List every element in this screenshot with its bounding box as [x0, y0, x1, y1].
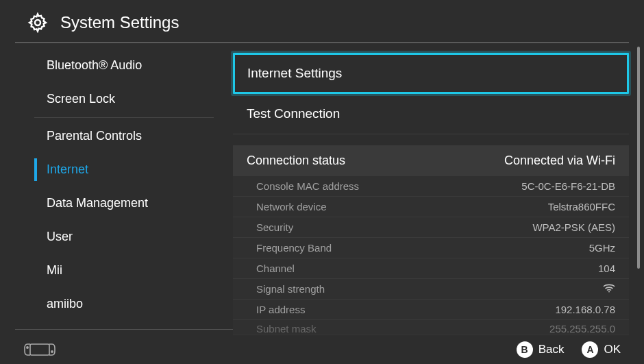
sidebar-item-parental-controls[interactable]: Parental Controls	[15, 119, 214, 153]
header: System Settings	[0, 0, 644, 43]
sidebar-item-bluetooth-audio[interactable]: Bluetooth® Audio	[15, 49, 214, 82]
status-row-frequency-band: Frequency Band 5GHz	[233, 238, 629, 258]
status-label: Network device	[256, 201, 327, 213]
svg-point-0	[35, 20, 40, 25]
footer-buttons: B Back A OK	[517, 341, 621, 358]
menu-item-internet-settings[interactable]: Internet Settings	[233, 53, 629, 94]
connection-status-header: Connection status Connected via Wi-Fi	[233, 145, 629, 176]
status-row-mac: Console MAC address 5C-0C-E6-F6-21-DB	[233, 176, 629, 197]
sidebar-item-mii[interactable]: Mii	[15, 254, 214, 287]
status-value: 192.168.0.78	[555, 304, 615, 315]
status-row-channel: Channel 104	[233, 258, 629, 279]
status-value: 104	[598, 263, 615, 274]
status-value: 5C-0C-E6-F6-21-DB	[521, 180, 615, 192]
status-value: 5GHz	[589, 242, 615, 254]
status-label: Subnet mask	[256, 323, 317, 335]
divider	[34, 117, 214, 118]
sidebar-item-data-management[interactable]: Data Management	[15, 186, 214, 220]
status-label: Channel	[256, 263, 295, 274]
scrollbar[interactable]	[637, 47, 640, 269]
sidebar-item-amiibo[interactable]: amiibo	[15, 287, 214, 321]
status-row-security: Security WPA2-PSK (AES)	[233, 217, 629, 238]
content: Bluetooth® Audio Screen Lock Parental Co…	[0, 43, 644, 329]
status-label: Console MAC address	[256, 180, 359, 192]
menu-item-test-connection[interactable]: Test Connection	[233, 94, 629, 134]
svg-rect-2	[30, 344, 49, 355]
connection-status-rows: Console MAC address 5C-0C-E6-F6-21-DB Ne…	[233, 176, 629, 335]
back-button[interactable]: B Back	[517, 341, 565, 358]
connection-status-summary: Connected via Wi-Fi	[504, 154, 615, 168]
ok-button[interactable]: A OK	[582, 341, 621, 358]
a-button-icon: A	[582, 341, 598, 358]
sidebar-item-user[interactable]: User	[15, 220, 214, 254]
status-label: IP address	[256, 304, 305, 315]
svg-point-3	[27, 347, 28, 348]
status-label: Security	[256, 221, 293, 233]
status-value: 255.255.255.0	[549, 323, 615, 335]
status-value: Telstra860FFC	[548, 201, 615, 213]
status-row-signal-strength: Signal strength	[233, 279, 629, 300]
connection-status-title: Connection status	[247, 154, 345, 168]
gear-icon	[27, 12, 48, 33]
controller-icon	[23, 342, 56, 357]
status-label: Frequency Band	[256, 242, 332, 254]
status-label: Signal strength	[256, 283, 325, 295]
back-label: Back	[538, 343, 565, 356]
status-row-ip-address: IP address 192.168.0.78	[233, 300, 629, 320]
sidebar-item-screen-lock[interactable]: Screen Lock	[15, 82, 214, 116]
wifi-icon	[603, 283, 615, 295]
svg-point-4	[51, 351, 53, 352]
ok-label: OK	[604, 343, 621, 356]
status-value: WPA2-PSK (AES)	[532, 221, 615, 233]
sidebar-item-internet[interactable]: Internet	[15, 153, 214, 186]
connection-status-section: Connection status Connected via Wi-Fi Co…	[233, 145, 629, 335]
status-row-network-device: Network device Telstra860FFC	[233, 197, 629, 217]
status-row-subnet-mask: Subnet mask 255.255.255.0	[233, 320, 629, 335]
svg-point-1	[608, 291, 610, 293]
b-button-icon: B	[517, 341, 533, 358]
sidebar: Bluetooth® Audio Screen Lock Parental Co…	[15, 43, 214, 329]
main-panel: Internet Settings Test Connection Connec…	[214, 43, 629, 329]
page-title: System Settings	[60, 13, 179, 32]
